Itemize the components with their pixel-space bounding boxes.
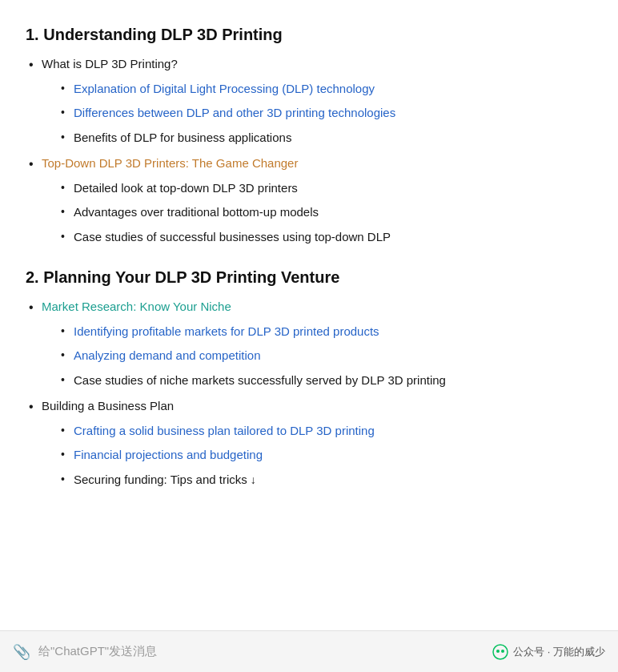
main-content: 1. Understanding DLP 3D PrintingWhat is … bbox=[0, 0, 618, 630]
arrow-down-icon: ↓ bbox=[251, 472, 256, 489]
list-item: Identifying profitable markets for DLP 3… bbox=[58, 323, 592, 341]
chat-input-placeholder[interactable]: 给"ChatGPT"发送消息 bbox=[38, 644, 492, 659]
svg-point-2 bbox=[501, 650, 504, 653]
heading-section1: 1. Understanding DLP 3D Printing bbox=[26, 26, 592, 44]
list-item: Market Research: Know Your NicheIdentify… bbox=[26, 298, 592, 389]
sublist: Crafting a solid business plan tailored … bbox=[58, 422, 592, 489]
list-item: Case studies of successful businesses us… bbox=[58, 228, 592, 247]
list-section1: What is DLP 3D Printing?Explanation of D… bbox=[26, 55, 592, 246]
sublist-item-text: Securing funding: Tips and tricks bbox=[74, 473, 247, 486]
heading-section2: 2. Planning Your DLP 3D Printing Venture bbox=[26, 268, 592, 287]
list-item-text[interactable]: Top-Down DLP 3D Printers: The Game Chang… bbox=[42, 156, 298, 170]
sublist-item-text[interactable]: Explanation of Digital Light Processing … bbox=[74, 82, 375, 95]
sublist-item-text[interactable]: Analyzing demand and competition bbox=[74, 348, 260, 362]
brand-text: 公众号 · 万能的威少 bbox=[513, 645, 605, 659]
list-item: Top-Down DLP 3D Printers: The Game Chang… bbox=[26, 155, 592, 246]
list-item: Financial projections and budgeting bbox=[58, 446, 592, 465]
brand-badge: 公众号 · 万能的威少 bbox=[492, 644, 605, 660]
input-area: 📎 给"ChatGPT"发送消息 bbox=[13, 643, 492, 661]
sublist-item-text[interactable]: Differences between DLP and other 3D pri… bbox=[74, 106, 395, 119]
sublist-item-text: Advantages over traditional bottom-up mo… bbox=[74, 205, 319, 219]
list-item-text: What is DLP 3D Printing? bbox=[42, 57, 178, 70]
list-item: Explanation of Digital Light Processing … bbox=[58, 80, 592, 99]
list-item: What is DLP 3D Printing?Explanation of D… bbox=[26, 55, 592, 147]
list-item: Detailed look at top-down DLP 3D printer… bbox=[58, 179, 592, 198]
list-item: Differences between DLP and other 3D pri… bbox=[58, 104, 592, 123]
sublist: Detailed look at top-down DLP 3D printer… bbox=[58, 179, 592, 247]
brand-icon bbox=[492, 644, 508, 660]
list-item: Crafting a solid business plan tailored … bbox=[58, 422, 592, 441]
sublist-item-text[interactable]: Crafting a solid business plan tailored … bbox=[74, 424, 375, 437]
svg-point-1 bbox=[496, 650, 500, 653]
bottom-bar: 📎 给"ChatGPT"发送消息 公众号 · 万能的威少 bbox=[0, 630, 618, 672]
list-section2: Market Research: Know Your NicheIdentify… bbox=[26, 298, 592, 489]
list-item: Advantages over traditional bottom-up mo… bbox=[58, 203, 592, 222]
sublist-item-text[interactable]: Financial projections and budgeting bbox=[74, 448, 263, 461]
sublist: Explanation of Digital Light Processing … bbox=[58, 80, 592, 147]
sublist-item-text: Case studies of successful businesses us… bbox=[74, 230, 391, 243]
list-item: Benefits of DLP for business application… bbox=[58, 129, 592, 147]
list-item-text: Building a Business Plan bbox=[42, 399, 174, 412]
list-item: Analyzing demand and competition bbox=[58, 347, 592, 365]
list-item-text[interactable]: Market Research: Know Your Niche bbox=[42, 300, 231, 313]
sublist: Identifying profitable markets for DLP 3… bbox=[58, 323, 592, 390]
sublist-item-text[interactable]: Identifying profitable markets for DLP 3… bbox=[74, 324, 379, 338]
sublist-item-text: Benefits of DLP for business application… bbox=[74, 131, 291, 144]
list-item: Building a Business PlanCrafting a solid… bbox=[26, 397, 592, 489]
attachment-icon[interactable]: 📎 bbox=[13, 643, 30, 661]
sublist-item-text: Detailed look at top-down DLP 3D printer… bbox=[74, 181, 298, 195]
list-item: Securing funding: Tips and tricks ↓ bbox=[58, 471, 592, 489]
sublist-item-text: Case studies of niche markets successful… bbox=[74, 373, 446, 387]
svg-point-0 bbox=[493, 645, 508, 659]
list-item: Case studies of niche markets successful… bbox=[58, 372, 592, 390]
